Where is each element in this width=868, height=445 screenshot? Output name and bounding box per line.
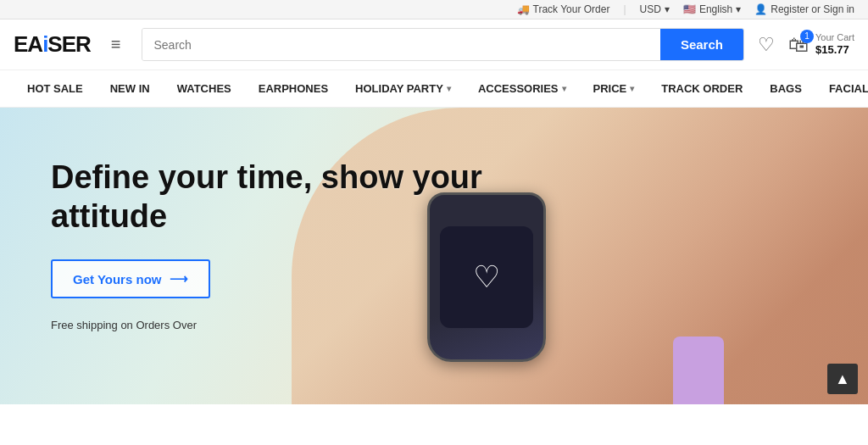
hero-section: ♡ Define your time, show your attitude G… <box>0 108 868 404</box>
cart-badge: 1 <box>800 30 814 43</box>
chevron-down-icon: ▾ <box>447 84 451 93</box>
header-right: ♡ 🛍 1 Your Cart $15.77 <box>758 31 854 58</box>
nav-label-bags: BAGS <box>770 82 802 95</box>
watch-screen: ♡ <box>440 226 533 328</box>
language-chevron-icon: ▾ <box>736 3 741 15</box>
nav-label-accessories: ACCESSORIES <box>478 82 559 95</box>
nav-item-hot-sale[interactable]: HOT SALE <box>14 70 97 107</box>
logo[interactable]: EAiSER <box>14 31 91 58</box>
nav-item-earphones[interactable]: EARPHONES <box>245 70 342 107</box>
header: EAiSER ≡ Search ♡ 🛍 1 Your Cart $15.77 <box>0 19 868 70</box>
hamburger-menu[interactable]: ≡ <box>104 35 128 54</box>
scroll-to-top-button[interactable]: ▲ <box>827 364 858 394</box>
language-selector[interactable]: 🇺🇸 English ▾ <box>683 3 741 15</box>
cart-text: Your Cart $15.77 <box>815 31 854 58</box>
heart-icon: ♡ <box>473 259 500 295</box>
currency-chevron-icon: ▾ <box>665 3 670 15</box>
cart-price: $15.77 <box>815 43 854 58</box>
wishlist-icon[interactable]: ♡ <box>758 34 775 56</box>
cta-label: Get Yours now <box>73 272 161 286</box>
divider-1: | <box>623 3 626 15</box>
get-yours-button[interactable]: Get Yours now ⟶ <box>51 259 210 298</box>
smartwatch: ♡ <box>427 192 546 362</box>
search-button[interactable]: Search <box>660 29 743 60</box>
logo-text-ea: EA <box>14 31 42 57</box>
truck-icon: 🚚 <box>517 3 530 15</box>
main-nav: HOT SALE NEW IN WATCHES EARPHONES HOLIDA… <box>0 70 868 108</box>
top-bar: 🚚 Track Your Order | USD ▾ 🇺🇸 English ▾ … <box>0 0 868 19</box>
nav-item-price[interactable]: PRICE ▾ <box>580 70 648 107</box>
flag-icon: 🇺🇸 <box>683 3 696 15</box>
chevron-down-icon: ▾ <box>630 84 634 93</box>
chevron-down-icon: ▾ <box>562 84 566 93</box>
cart-label: Your Cart <box>815 31 854 43</box>
nav-item-facial-care[interactable]: FACIAL CARE ▾ HOT <box>815 70 868 107</box>
cart-area[interactable]: 🛍 1 Your Cart $15.77 <box>788 31 854 58</box>
currency-selector[interactable]: USD ▾ <box>640 3 670 15</box>
currency-label: USD <box>640 3 661 15</box>
register-label: Register or Sign in <box>771 3 854 15</box>
nav-item-holiday-party[interactable]: HOLIDAY PARTY ▾ <box>342 70 465 107</box>
nav-item-watches[interactable]: WATCHES <box>164 70 245 107</box>
nav-item-accessories[interactable]: ACCESSORIES ▾ <box>465 70 580 107</box>
logo-ser: SER <box>47 31 90 57</box>
nav-label-facial-care: FACIAL CARE <box>829 82 868 95</box>
register-link[interactable]: 👤 Register or Sign in <box>754 3 854 15</box>
search-bar: Search <box>142 28 744 61</box>
cart-icon-wrap: 🛍 1 <box>788 33 809 57</box>
user-icon: 👤 <box>754 3 767 15</box>
nav-item-track-order[interactable]: TRACK ORDER <box>648 70 756 107</box>
nav-label-hot-sale: HOT SALE <box>27 82 83 95</box>
nav-label-holiday-party: HOLIDAY PARTY <box>355 82 443 95</box>
track-order-label: Track Your Order <box>533 3 610 15</box>
nav-label-earphones: EARPHONES <box>259 82 328 95</box>
language-label: English <box>699 3 732 15</box>
nav-label-new-in: NEW IN <box>110 82 150 95</box>
watch-band-bottom <box>673 383 724 404</box>
search-input[interactable] <box>142 29 660 60</box>
nav-item-bags[interactable]: BAGS <box>756 70 815 107</box>
track-order-link[interactable]: 🚚 Track Your Order <box>517 3 610 15</box>
nav-item-new-in[interactable]: NEW IN <box>97 70 164 107</box>
arrow-icon: ⟶ <box>170 271 188 286</box>
nav-label-track-order: TRACK ORDER <box>661 82 743 95</box>
nav-label-price: PRICE <box>593 82 627 95</box>
nav-label-watches: WATCHES <box>177 82 231 95</box>
